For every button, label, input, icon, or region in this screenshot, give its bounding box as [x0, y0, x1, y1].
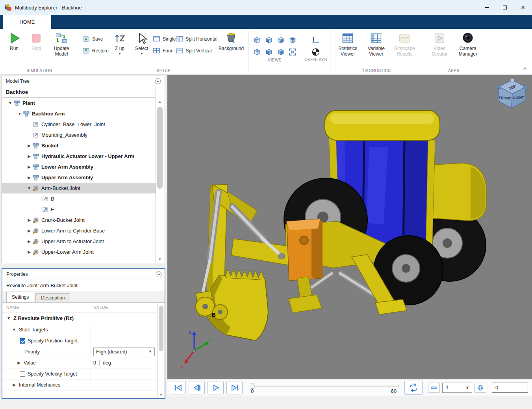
tree-item-crank-bucket-joint[interactable]: ▶Crank-Bucket Joint — [2, 215, 156, 225]
scroll-down-icon[interactable]: ▼ — [158, 393, 165, 397]
expand-arrow-icon[interactable]: ▶ — [26, 229, 33, 233]
tab-home[interactable]: HOME — [3, 15, 51, 29]
value-number-field[interactable]: 0 — [93, 360, 96, 366]
com-overlay-button[interactable] — [311, 47, 321, 57]
z-up-button[interactable]: Z up ▼ — [109, 30, 131, 56]
select-dropdown-icon[interactable]: ▼ — [140, 52, 143, 56]
specify-position-target-checkbox[interactable] — [20, 338, 25, 344]
update-model-button[interactable]: Update Model — [47, 30, 76, 57]
expand-arrow-icon[interactable]: ▶ — [26, 143, 33, 148]
priority-dropdown[interactable]: High (desired)▼ — [93, 348, 155, 356]
3d-viewport[interactable]: B TOP FRONT RIGHT z y x — [167, 75, 532, 379]
speed-increase-button[interactable] — [475, 383, 486, 393]
run-button[interactable]: Run — [3, 30, 25, 52]
tree-root-row[interactable]: Backhoe — [2, 86, 164, 98]
expand-arrow-icon[interactable]: ▶ — [26, 218, 33, 222]
step-forward-button[interactable] — [226, 381, 243, 394]
view-back-button[interactable] — [252, 46, 262, 57]
collapse-properties-icon[interactable] — [156, 271, 162, 277]
expand-arrow-icon[interactable]: ▼ — [26, 186, 33, 190]
expand-value-icon[interactable]: ▶ — [17, 361, 21, 365]
tree-scrollbar[interactable]: ▲ ▼ — [156, 86, 164, 263]
expand-arrow-icon[interactable]: ▶ — [26, 175, 33, 180]
tree-item-upper-arm-to-actuator-joint[interactable]: ▶Upper Arm to Actuator Joint — [2, 236, 156, 247]
view-top-button[interactable] — [287, 35, 298, 45]
variable-viewer-button[interactable]: Variable Viewer — [362, 30, 390, 57]
view-front-button[interactable] — [263, 35, 274, 45]
backhoe-model[interactable] — [196, 110, 486, 340]
scroll-up-icon[interactable]: ▲ — [156, 100, 164, 104]
speed-decrease-button[interactable] — [428, 383, 440, 393]
row-z-revolute-primitive[interactable]: ▼Z Revolute Primitive (Rz) — [2, 312, 157, 324]
collapse-group-icon[interactable]: ▼ — [12, 327, 17, 332]
play-button[interactable] — [208, 381, 224, 394]
tree-item-backhoe-arm[interactable]: ▼Backhoe Arm — [2, 108, 156, 119]
tree-item-cylinder-base-lower-joint[interactable]: Cylinder_Base_Lower_Joint — [2, 119, 156, 130]
expand-arrow-icon[interactable]: ▶ — [26, 239, 33, 244]
tree-item-mounting-assembly[interactable]: Mounting_Assembly — [2, 130, 156, 140]
expand-group-icon[interactable]: ▶ — [12, 383, 17, 387]
tree-item-hydraulic-actuator[interactable]: ▶Hydraulic Actuator Lower - Upper Arm — [2, 151, 156, 162]
row-specify-position-target[interactable]: Specify Position Target — [2, 335, 157, 346]
save-view-button[interactable]: Save — [82, 35, 109, 43]
tree-item-arm-bucket-joint[interactable]: ▼Arm-Bucket Joint — [2, 183, 156, 193]
four-pane-button[interactable]: Four — [153, 47, 176, 54]
single-pane-button[interactable]: Single — [153, 35, 176, 43]
maximize-button[interactable] — [496, 0, 514, 15]
speed-input[interactable]: 1 x — [442, 383, 472, 393]
row-internal-mechanics[interactable]: ▶Internal Mechanics — [2, 379, 157, 390]
collapse-section-icon[interactable]: ▼ — [6, 316, 11, 320]
minimize-ribbon-button[interactable] — [522, 66, 528, 71]
tree-item-frame-b[interactable]: B — [2, 193, 156, 204]
current-time-field[interactable]: 0 — [492, 383, 528, 393]
row-value[interactable]: ▶Value 0deg — [2, 357, 157, 368]
collapse-model-tree-icon[interactable] — [155, 78, 161, 84]
camera-manager-button[interactable]: Camera Manager — [454, 30, 482, 57]
properties-scrollbar-thumb[interactable] — [159, 306, 163, 351]
select-button[interactable]: Select ▼ — [131, 30, 153, 56]
scroll-down-icon[interactable]: ▼ — [156, 257, 164, 261]
view-bottom-button[interactable] — [275, 46, 286, 57]
tree-item-lower-arm-to-cylinder-base[interactable]: ▶Lower Arm to Cylinder Base — [2, 225, 156, 236]
zoom-fit-button[interactable] — [287, 46, 298, 57]
view-right-button[interactable] — [275, 35, 286, 45]
expand-arrow-icon[interactable]: ▶ — [26, 250, 33, 254]
minimize-button[interactable] — [478, 0, 496, 15]
view-left-button[interactable] — [263, 46, 274, 57]
row-specify-velocity-target[interactable]: Specify Velocity Target — [2, 368, 157, 379]
restore-view-button[interactable]: Restore — [82, 47, 109, 54]
split-vertical-button[interactable]: Split Vertical — [176, 47, 217, 54]
expand-arrow-icon[interactable]: ▶ — [26, 165, 33, 169]
frame-overlay-button[interactable] — [311, 35, 321, 44]
statistics-viewer-button[interactable]: Statistics Viewer — [334, 30, 362, 57]
tree-item-bucket[interactable]: ▶Bucket — [2, 140, 156, 151]
value-unit-field[interactable]: deg — [103, 360, 111, 366]
view-isometric-button[interactable] — [252, 35, 262, 45]
time-slider[interactable]: 0 60 — [251, 379, 399, 396]
tab-description[interactable]: Description — [35, 293, 70, 302]
z-up-dropdown-icon[interactable]: ▼ — [118, 52, 121, 56]
go-to-start-button[interactable] — [170, 381, 186, 394]
specify-velocity-target-checkbox[interactable] — [20, 371, 25, 377]
expand-arrow-icon[interactable]: ▶ — [26, 154, 33, 158]
background-button[interactable]: Background — [217, 30, 245, 52]
tree-scrollbar-thumb[interactable] — [157, 107, 163, 189]
split-horizontal-button[interactable]: Split Horizontal — [176, 35, 217, 43]
tree-item-upper-lower-arm-joint[interactable]: ▶Upper-Lower Arm Joint — [2, 247, 156, 257]
loop-button[interactable] — [404, 381, 423, 395]
tree-item-plant[interactable]: ▼Plant — [2, 98, 156, 108]
tree-item-frame-f[interactable]: F — [2, 204, 156, 215]
view-cube-right-label[interactable]: RIGHT — [513, 95, 524, 100]
tab-settings[interactable]: Settings — [6, 292, 34, 302]
close-button[interactable]: ✕ — [514, 0, 532, 15]
3d-scene[interactable]: B TOP FRONT RIGHT z y x — [167, 75, 532, 379]
row-state-targets[interactable]: ▼State Targets — [2, 324, 157, 335]
tree-item-upper-arm-assembly[interactable]: ▶Upper Arm Assembly — [2, 172, 156, 183]
tree-item-lower-arm-assembly[interactable]: ▶Lower Arm Assembly — [2, 162, 156, 172]
step-back-button[interactable] — [189, 381, 205, 394]
properties-scrollbar[interactable]: ▼ — [157, 303, 165, 398]
slider-track[interactable] — [251, 385, 399, 387]
view-cube[interactable]: TOP FRONT RIGHT — [497, 78, 527, 108]
expand-arrow-icon[interactable]: ▼ — [7, 101, 14, 105]
expand-arrow-icon[interactable]: ▼ — [16, 112, 23, 116]
